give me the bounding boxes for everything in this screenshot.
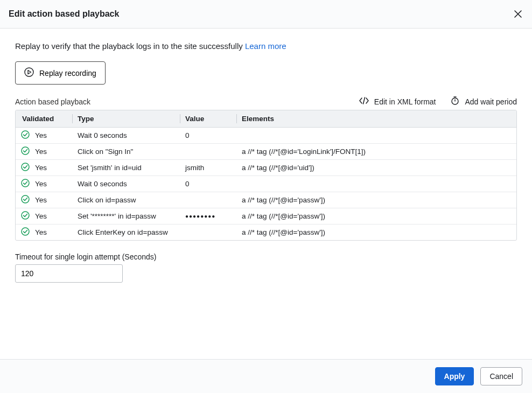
validated-text: Yes [35, 164, 47, 172]
code-icon [359, 97, 369, 106]
table-body: YesWait 0 seconds0YesClick on "Sign In"a… [16, 128, 516, 240]
timeout-section: Timeout for single login attempt (Second… [15, 252, 517, 283]
replay-recording-button[interactable]: Replay recording [15, 61, 106, 85]
check-icon [21, 146, 30, 157]
cell-type: Wait 0 seconds [72, 177, 180, 191]
cell-type: Wait 0 seconds [72, 129, 180, 142]
cell-type: Click EnterKey on id=passw [72, 226, 180, 239]
toolbar-actions: Edit in XML format Add wait period [359, 96, 517, 107]
cell-value [180, 198, 236, 203]
add-wait-button[interactable]: Add wait period [451, 96, 517, 107]
svg-point-3 [22, 147, 29, 155]
column-validated[interactable]: Validated [16, 110, 72, 127]
validated-text: Yes [35, 212, 47, 220]
cell-value: jsmith [180, 161, 236, 174]
validated-text: Yes [35, 228, 47, 236]
column-elements[interactable]: Elements [236, 110, 516, 127]
validated-text: Yes [35, 148, 47, 156]
play-icon [24, 67, 34, 79]
check-icon [21, 211, 30, 221]
svg-point-5 [22, 179, 29, 187]
table-row[interactable]: YesWait 0 seconds0 [16, 128, 516, 143]
table-header: Validated Type Value Elements [16, 110, 516, 128]
close-icon[interactable] [513, 9, 523, 19]
cell-elements: a //* tag (//*[@id='passw']) [236, 209, 516, 223]
cell-value: 0 [180, 177, 236, 191]
svg-point-6 [22, 195, 29, 203]
timeout-label: Timeout for single login attempt (Second… [15, 252, 517, 261]
edit-xml-button[interactable]: Edit in XML format [359, 96, 436, 107]
cell-type: Click on id=passw [72, 193, 180, 207]
cell-validated: Yes [16, 160, 72, 176]
column-value[interactable]: Value [180, 110, 236, 127]
cell-elements [236, 181, 516, 187]
check-icon [21, 179, 30, 189]
intro-text: Replay to verify that the playback logs … [15, 41, 517, 51]
apply-button[interactable]: Apply [435, 367, 474, 385]
table-row[interactable]: YesClick on "Sign In"a //* tag (//*[@id=… [16, 143, 516, 159]
cell-validated: Yes [16, 128, 72, 143]
cell-value: ●●●●●●●● [180, 210, 236, 222]
table-row[interactable]: YesSet '********' in id=passw●●●●●●●●a /… [16, 208, 516, 224]
check-icon [21, 163, 30, 173]
cell-elements: a //* tag (//*[@id='passw']) [236, 226, 516, 239]
cell-type: Click on "Sign In" [72, 145, 180, 158]
svg-point-0 [25, 68, 33, 76]
table-row[interactable]: YesWait 0 seconds0 [16, 176, 516, 192]
validated-text: Yes [35, 196, 47, 204]
svg-point-7 [22, 212, 29, 219]
svg-point-8 [22, 228, 29, 235]
check-icon [21, 195, 30, 205]
replay-button-label: Replay recording [39, 69, 96, 78]
cell-value [180, 230, 236, 235]
cell-type: Set 'jsmith' in id=uid [72, 161, 180, 174]
cancel-button[interactable]: Cancel [480, 367, 522, 385]
svg-point-2 [22, 131, 29, 138]
dialog-content: Replay to verify that the playback logs … [0, 29, 532, 359]
cell-elements: a //* tag (//*[@id='passw']) [236, 193, 516, 207]
dialog-header: Edit action based playback [0, 0, 532, 29]
check-icon [21, 130, 30, 141]
cell-validated: Yes [16, 208, 72, 224]
column-type[interactable]: Type [72, 110, 180, 127]
cell-validated: Yes [16, 144, 72, 159]
dialog-footer: Apply Cancel [0, 359, 532, 393]
validated-text: Yes [35, 180, 47, 188]
timeout-input[interactable] [15, 264, 123, 283]
cell-elements: a //* tag (//*[@id='LoginLink']/FONT[1]) [236, 145, 516, 158]
cell-elements [236, 133, 516, 138]
cell-value: 0 [180, 129, 236, 142]
playback-section-label: Action based playback [15, 97, 90, 106]
cell-value [180, 149, 236, 155]
cell-validated: Yes [16, 192, 72, 208]
add-wait-label: Add wait period [465, 97, 517, 106]
cell-type: Set '********' in id=passw [72, 209, 180, 223]
cell-validated: Yes [16, 176, 72, 192]
learn-more-link[interactable]: Learn more [245, 41, 286, 51]
dialog-title: Edit action based playback [9, 9, 119, 19]
table-row[interactable]: YesClick EnterKey on id=passwa //* tag (… [16, 224, 516, 240]
cell-elements: a //* tag (//*[@id='uid']) [236, 161, 516, 174]
timer-icon [451, 96, 459, 107]
table-row[interactable]: YesSet 'jsmith' in id=uidjsmitha //* tag… [16, 159, 516, 176]
edit-xml-label: Edit in XML format [374, 97, 436, 106]
intro-message: Replay to verify that the playback logs … [15, 41, 245, 51]
actions-table: Validated Type Value Elements YesWait 0 … [15, 110, 517, 241]
svg-point-4 [22, 163, 29, 171]
check-icon [21, 227, 30, 237]
table-row[interactable]: YesClick on id=passwa //* tag (//*[@id='… [16, 192, 516, 208]
toolbar-row: Action based playback Edit in XML format… [15, 96, 517, 107]
validated-text: Yes [35, 131, 47, 139]
cell-validated: Yes [16, 224, 72, 240]
